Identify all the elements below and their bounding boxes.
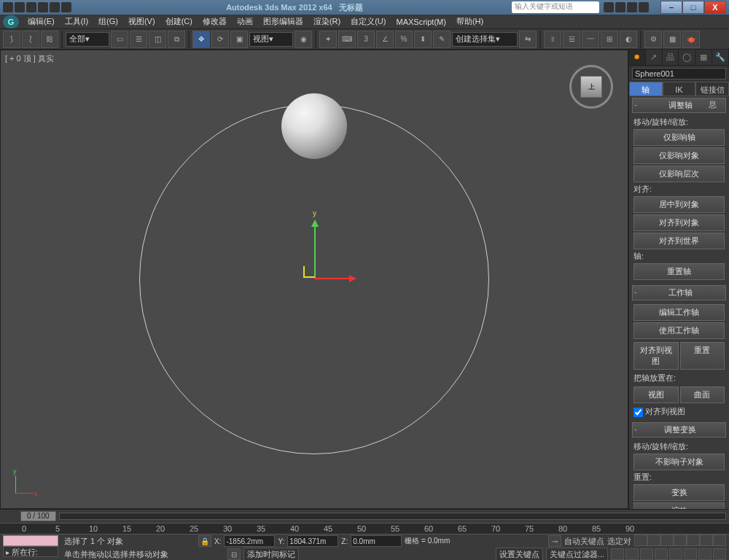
scale-icon[interactable]: ▣ [230, 31, 248, 48]
selset-dropdown[interactable]: 选定对 [607, 536, 631, 547]
btn-align-to-object[interactable]: 对齐到对象 [634, 214, 725, 231]
menu-customize[interactable]: 自定义(U) [346, 15, 390, 28]
move-icon[interactable]: ✥ [192, 31, 210, 48]
close-button[interactable]: X [704, 1, 726, 14]
rollout-working-pivot[interactable]: -工作轴 [632, 285, 726, 300]
viewport-top[interactable]: [ + 0 顶 ] 真实 上 y y x [0, 50, 628, 509]
manipulate-icon[interactable]: ✦ [319, 31, 337, 48]
mirror-icon[interactable]: ⇆ [519, 31, 537, 48]
autokey-button[interactable]: 自动关键点 [564, 536, 604, 547]
menu-modifiers[interactable]: 修改器 [198, 15, 231, 28]
schematic-view-icon[interactable]: ⊞ [601, 31, 618, 48]
sphere-object[interactable] [281, 93, 347, 159]
angle-snap-icon[interactable]: ∠ [376, 31, 394, 48]
subtab-ik[interactable]: IK [663, 82, 696, 96]
layers-icon[interactable]: ☱ [563, 31, 580, 48]
btn-align-to-world[interactable]: 对齐到世界 [634, 233, 725, 249]
create-tab-icon[interactable]: ✹ [629, 50, 646, 65]
time-slider-thumb[interactable]: 0 / 100 [20, 511, 56, 521]
display-tab-icon[interactable]: ▦ [695, 50, 712, 65]
curve-editor-icon[interactable]: 〰 [582, 31, 599, 48]
material-editor-icon[interactable]: ◐ [620, 31, 637, 48]
menu-help[interactable]: 帮助(H) [452, 15, 488, 28]
btn-reset-transform[interactable]: 变换 [634, 484, 725, 501]
quick-access-icons[interactable] [3, 2, 71, 12]
btn-reset[interactable]: 重置 [680, 342, 725, 370]
tag-icon[interactable]: ⊟ [227, 548, 241, 560]
rotate-icon[interactable]: ⟳ [211, 31, 229, 48]
select-by-name-icon[interactable]: ☰ [130, 31, 147, 48]
bind-icon[interactable]: ⛓ [41, 31, 58, 48]
btn-center-to-object[interactable]: 居中到对象 [634, 196, 725, 213]
object-name-input[interactable] [632, 68, 726, 79]
help-search-input[interactable]: 输入关键字或短语 [512, 1, 599, 13]
modify-tab-icon[interactable]: ↗ [646, 50, 663, 65]
render-frame-icon[interactable]: ▦ [663, 31, 681, 48]
named-selection-dropdown[interactable]: 创建选择集 ▾ [452, 32, 518, 47]
chk-align-to-view[interactable] [634, 408, 643, 417]
keyfilter-button[interactable]: 关键点过滤器... [546, 548, 608, 561]
render-icon[interactable]: 🫖 [682, 31, 700, 48]
btn-align-to-view[interactable]: 对齐到视图 [634, 342, 679, 370]
subtab-pivot[interactable]: 轴 [629, 82, 663, 96]
btn-affect-hierarchy[interactable]: 仅影响层次 [634, 166, 725, 182]
snap-toggle-icon[interactable]: 3 [357, 31, 375, 48]
selection-filter-dropdown[interactable]: 全部 ▾ [66, 32, 109, 47]
edit-icon[interactable]: ✎ [433, 31, 451, 48]
btn-reset-pivot[interactable]: 重置轴 [634, 263, 725, 280]
pivot-icon[interactable]: ◉ [295, 31, 312, 48]
unlink-icon[interactable]: ⟅ [22, 31, 39, 48]
coord-system-dropdown[interactable]: 视图 ▾ [249, 32, 293, 47]
app-menu-button[interactable]: G [3, 15, 19, 28]
playback-controls[interactable] [634, 534, 726, 548]
y-coord-input[interactable] [287, 535, 338, 547]
maximize-button[interactable]: □ [682, 1, 704, 14]
menu-tools[interactable]: 工具(I) [61, 15, 93, 28]
select-icon[interactable]: ▭ [111, 31, 128, 48]
btn-affect-object[interactable]: 仅影响对象 [634, 147, 725, 164]
align-icon[interactable]: ⫴ [544, 31, 561, 48]
transform-gizmo[interactable]: y [281, 221, 354, 294]
btn-place-view[interactable]: 视图 [634, 386, 679, 403]
window-crossing-icon[interactable]: ⧉ [168, 31, 185, 48]
render-setup-icon[interactable]: ⚙ [644, 31, 662, 48]
menu-render[interactable]: 渲染(R) [309, 15, 345, 28]
menu-group[interactable]: 组(G) [94, 15, 122, 28]
menu-create[interactable]: 创建(C) [161, 15, 197, 28]
spinner-snap-icon[interactable]: ⬍ [414, 31, 432, 48]
minimize-button[interactable]: – [660, 1, 682, 14]
link-icon[interactable]: ⟆ [3, 31, 20, 48]
viewport-nav-controls[interactable] [611, 548, 726, 560]
x-coord-input[interactable] [224, 535, 275, 547]
btn-affect-pivot[interactable]: 仅影响轴 [634, 129, 725, 146]
viewport-label[interactable]: [ + 0 顶 ] 真实 [5, 53, 54, 64]
lock-icon[interactable]: 🔒 [198, 535, 211, 547]
menu-edit[interactable]: 编辑(E) [23, 15, 59, 28]
hierarchy-tab-icon[interactable]: 品 [663, 50, 679, 65]
region-icon[interactable]: ◫ [149, 31, 166, 48]
add-time-tag-button[interactable]: 添加时间标记 [243, 548, 299, 561]
timeline-ruler[interactable]: 0 5 10 15 20 25 30 35 40 45 50 55 60 65 … [0, 523, 729, 534]
motion-tab-icon[interactable]: ◯ [679, 50, 695, 65]
script-mini-input[interactable] [3, 535, 58, 546]
time-slider-track[interactable] [59, 513, 726, 520]
subtab-linkinfo[interactable]: 链接信息 [695, 82, 729, 96]
utilities-tab-icon[interactable]: 🔧 [712, 50, 729, 65]
menu-view[interactable]: 视图(V) [124, 15, 160, 28]
menu-grapheditor[interactable]: 图形编辑器 [259, 15, 308, 28]
keyboard-shortcut-icon[interactable]: ⌨ [338, 31, 356, 48]
btn-reset-scale[interactable]: 缩放 [634, 502, 725, 509]
btn-dont-affect-children[interactable]: 不影响子对象 [634, 454, 725, 470]
z-coord-input[interactable] [351, 535, 402, 547]
viewcube[interactable]: 上 [569, 65, 613, 109]
menu-maxscript[interactable]: MAXScript(M) [391, 16, 450, 28]
btn-place-surface[interactable]: 曲面 [680, 386, 725, 403]
percent-snap-icon[interactable]: % [395, 31, 413, 48]
btn-use-working-pivot[interactable]: 使用工作轴 [634, 322, 725, 339]
rollout-adjust-transform[interactable]: -调整变换 [632, 422, 726, 438]
key-icon[interactable]: ⊸ [548, 535, 561, 547]
menu-animation[interactable]: 动画 [233, 15, 257, 28]
infocenter-icons[interactable] [604, 2, 649, 12]
btn-edit-working-pivot[interactable]: 编辑工作轴 [634, 304, 725, 321]
setkey-button[interactable]: 设置关键点 [496, 548, 543, 561]
